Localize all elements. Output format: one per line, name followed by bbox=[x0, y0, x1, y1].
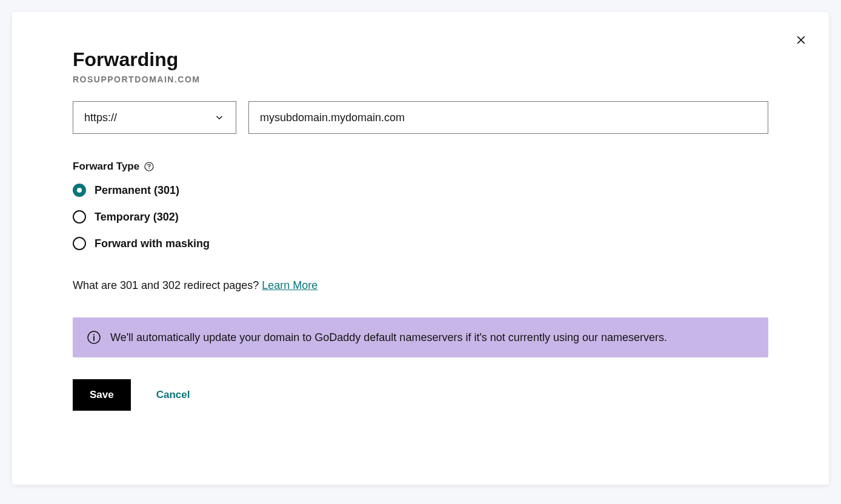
cancel-button[interactable]: Cancel bbox=[156, 389, 190, 401]
save-button[interactable]: Save bbox=[73, 379, 131, 411]
protocol-select[interactable]: https:// bbox=[73, 101, 236, 134]
button-row: Save Cancel bbox=[73, 379, 768, 411]
svg-point-3 bbox=[93, 334, 95, 335]
forwarding-modal: Forwarding ROSUPPORTDOMAIN.COM https:// … bbox=[12, 12, 829, 485]
forward-type-label: Forward Type bbox=[73, 161, 139, 173]
close-icon bbox=[795, 34, 807, 46]
radio-masking[interactable]: Forward with masking bbox=[73, 237, 768, 250]
learn-more-link[interactable]: Learn More bbox=[262, 279, 317, 291]
radio-indicator bbox=[73, 237, 86, 250]
radio-temporary[interactable]: Temporary (302) bbox=[73, 210, 768, 224]
radio-label: Forward with masking bbox=[95, 237, 210, 250]
radio-indicator bbox=[73, 184, 86, 197]
radio-indicator bbox=[73, 210, 86, 224]
help-icon[interactable] bbox=[144, 162, 154, 171]
forward-type-radio-group: Permanent (301) Temporary (302) Forward … bbox=[73, 184, 768, 250]
protocol-value: https:// bbox=[84, 111, 117, 124]
url-row: https:// bbox=[73, 101, 768, 134]
modal-title: Forwarding bbox=[73, 48, 768, 71]
redirect-info-text: What are 301 and 302 redirect pages? Lea… bbox=[73, 279, 768, 292]
radio-label: Permanent (301) bbox=[95, 184, 179, 197]
svg-point-1 bbox=[149, 168, 150, 169]
question-text: What are 301 and 302 redirect pages? bbox=[73, 279, 262, 291]
radio-label: Temporary (302) bbox=[95, 211, 179, 224]
info-icon bbox=[87, 331, 101, 344]
chevron-down-icon bbox=[214, 112, 225, 123]
nameserver-alert: We'll automatically update your domain t… bbox=[73, 317, 768, 357]
close-button[interactable] bbox=[791, 30, 811, 50]
forward-type-section: Forward Type bbox=[73, 161, 768, 173]
domain-subtitle: ROSUPPORTDOMAIN.COM bbox=[73, 75, 768, 84]
radio-permanent[interactable]: Permanent (301) bbox=[73, 184, 768, 197]
url-input[interactable] bbox=[248, 101, 768, 134]
alert-text: We'll automatically update your domain t… bbox=[110, 331, 667, 344]
